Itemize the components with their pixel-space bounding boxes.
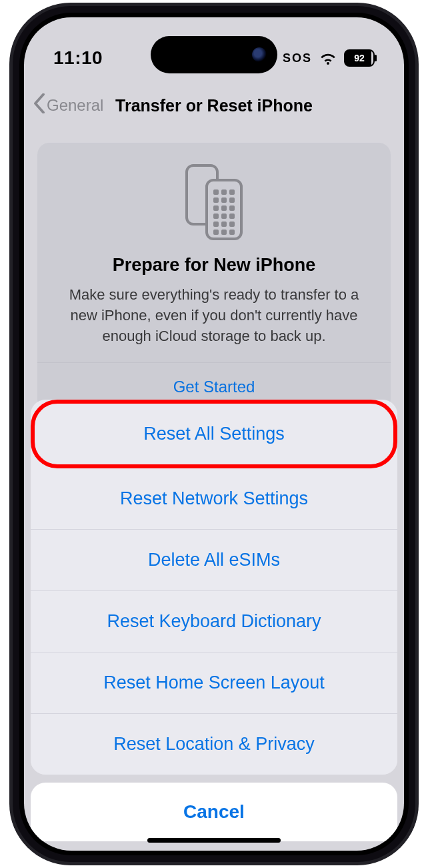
svg-rect-9	[221, 205, 227, 211]
svg-rect-2	[213, 189, 219, 195]
transfer-icon	[55, 161, 373, 242]
sheet-list: Reset All SettingsReset Network Settings…	[31, 400, 397, 775]
svg-rect-8	[213, 205, 219, 211]
svg-rect-19	[229, 230, 235, 235]
svg-rect-12	[221, 213, 227, 219]
svg-rect-7	[229, 197, 235, 203]
back-label: General	[47, 96, 103, 115]
svg-rect-10	[229, 205, 235, 211]
svg-rect-15	[221, 222, 227, 227]
navbar: General Transfer or Reset iPhone	[24, 84, 404, 127]
svg-rect-11	[213, 213, 219, 219]
svg-rect-13	[229, 213, 235, 219]
back-button[interactable]: General	[33, 84, 103, 127]
svg-rect-3	[221, 189, 227, 195]
screen: 11:10 SOS 92	[24, 17, 404, 851]
svg-rect-16	[229, 222, 235, 227]
svg-rect-5	[213, 197, 219, 203]
chevron-left-icon	[33, 93, 45, 117]
page-title: Transfer or Reset iPhone	[115, 96, 313, 115]
prepare-card: Prepare for New iPhone Make sure everyth…	[37, 143, 391, 411]
svg-rect-17	[213, 230, 219, 235]
reset-location-privacy-option[interactable]: Reset Location & Privacy	[31, 714, 397, 775]
phone-frame: 11:10 SOS 92	[9, 3, 419, 865]
reset-home-screen-layout-option[interactable]: Reset Home Screen Layout	[31, 653, 397, 714]
svg-rect-14	[213, 222, 219, 227]
delete-all-esims-option[interactable]: Delete All eSIMs	[31, 530, 397, 591]
reset-keyboard-dictionary-option[interactable]: Reset Keyboard Dictionary	[31, 591, 397, 653]
svg-rect-18	[221, 230, 227, 235]
cancel-button[interactable]: Cancel	[31, 783, 397, 841]
home-indicator	[147, 838, 281, 843]
svg-rect-6	[221, 197, 227, 203]
battery-level: 92	[354, 53, 365, 63]
prepare-desc: Make sure everything's ready to transfer…	[55, 285, 373, 346]
reset-all-settings-option[interactable]: Reset All Settings	[31, 400, 397, 468]
svg-rect-4	[229, 189, 235, 195]
reset-network-settings-option[interactable]: Reset Network Settings	[31, 468, 397, 530]
prepare-title: Prepare for New iPhone	[55, 255, 373, 276]
action-sheet: Reset All SettingsReset Network Settings…	[31, 400, 397, 841]
